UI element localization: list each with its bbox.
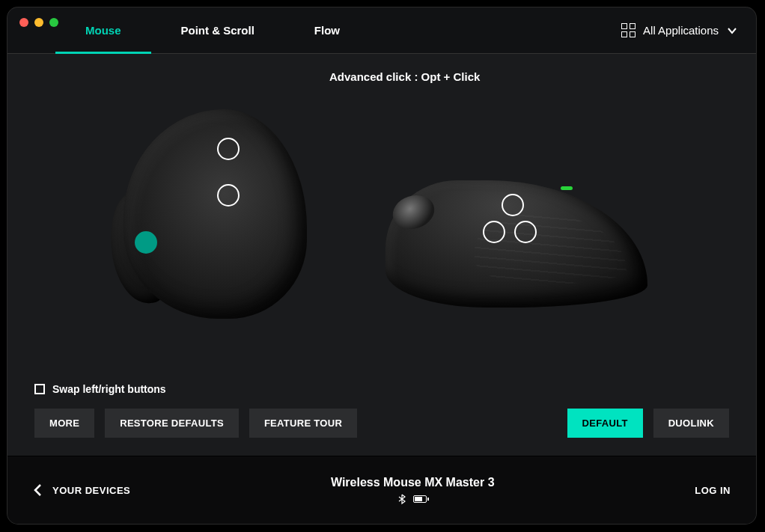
action-tooltip: Advanced click : Opt + Click xyxy=(329,70,480,83)
swap-buttons-checkbox[interactable]: Swap left/right buttons xyxy=(34,383,729,395)
hotspot-back-button[interactable] xyxy=(483,221,505,243)
battery-icon xyxy=(413,495,427,503)
close-window-icon[interactable] xyxy=(19,18,28,27)
hotspot-scroll-wheel[interactable] xyxy=(217,138,240,160)
mouse-diagram-area xyxy=(7,84,756,343)
app-window: Mouse Point & Scroll Flow All Applicatio… xyxy=(7,7,756,524)
device-config-panel: Advanced click : Opt + Click Sw xyxy=(7,54,756,456)
apps-grid-icon xyxy=(621,23,636,37)
your-devices-label: YOUR DEVICES xyxy=(52,485,130,496)
checkbox-icon xyxy=(34,384,45,394)
duolink-profile-button[interactable]: DUOLINK xyxy=(653,409,729,438)
zoom-window-icon[interactable] xyxy=(49,18,58,27)
minimize-window-icon[interactable] xyxy=(34,18,43,27)
mouse-side-view xyxy=(385,165,647,315)
hotspot-horizontal-wheel[interactable] xyxy=(502,194,524,216)
hotspot-mode-shift-button[interactable] xyxy=(217,184,240,207)
chevron-down-icon xyxy=(726,25,738,37)
footer-bar: YOUR DEVICES Wireless Mouse MX Master 3 … xyxy=(7,456,756,524)
feature-tour-button[interactable]: FEATURE TOUR xyxy=(249,409,357,438)
swap-buttons-label: Swap left/right buttons xyxy=(52,383,166,395)
device-name-label: Wireless Mouse MX Master 3 xyxy=(331,476,495,489)
application-selector[interactable]: All Applications xyxy=(621,23,738,37)
bottom-controls: Swap left/right buttons MORE RESTORE DEF… xyxy=(34,383,729,438)
mouse-body-top xyxy=(124,109,307,319)
chevron-left-icon xyxy=(33,483,43,498)
more-button[interactable]: MORE xyxy=(34,409,94,438)
restore-defaults-button[interactable]: RESTORE DEFAULTS xyxy=(105,409,239,438)
default-profile-button[interactable]: DEFAULT xyxy=(567,409,643,438)
device-status: Wireless Mouse MX Master 3 xyxy=(130,476,695,504)
action-button-row: MORE RESTORE DEFAULTS FEATURE TOUR DEFAU… xyxy=(34,409,729,438)
your-devices-button[interactable]: YOUR DEVICES xyxy=(33,483,130,498)
hotspot-forward-button[interactable] xyxy=(514,221,537,243)
application-selector-label: All Applications xyxy=(643,24,719,37)
login-button[interactable]: LOG IN xyxy=(695,485,731,496)
tab-mouse[interactable]: Mouse xyxy=(55,7,151,53)
mouse-top-view xyxy=(116,102,311,326)
hotspot-gesture-button-selected[interactable] xyxy=(135,231,157,254)
device-status-icons xyxy=(398,494,427,504)
bluetooth-icon xyxy=(398,494,406,504)
window-traffic-lights xyxy=(19,18,58,27)
top-tab-bar: Mouse Point & Scroll Flow All Applicatio… xyxy=(7,7,756,54)
mouse-status-led xyxy=(561,186,573,190)
tab-point-and-scroll[interactable]: Point & Scroll xyxy=(151,7,284,53)
tab-flow[interactable]: Flow xyxy=(284,7,370,53)
